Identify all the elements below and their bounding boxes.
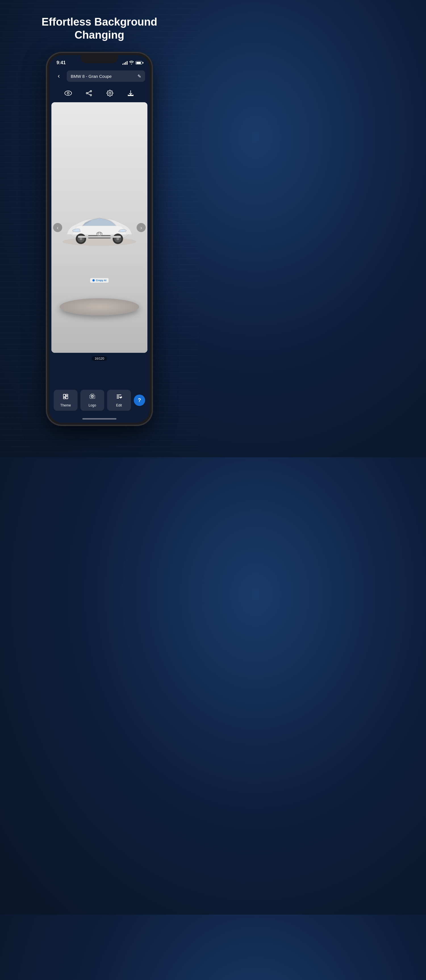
svg-rect-28 — [66, 396, 68, 399]
svg-point-2 — [90, 91, 92, 92]
edit-button[interactable]: Edit — [107, 390, 131, 411]
back-button[interactable]: ‹ — [54, 71, 64, 81]
car-image[interactable]: Cropy AI ‹ › — [51, 102, 148, 353]
svg-rect-25 — [78, 236, 121, 238]
nav-title-text: BMW 8 - Gran Coupe — [71, 74, 111, 79]
status-icons — [122, 60, 142, 65]
phone-frame: 9:41 — [47, 53, 152, 425]
hero-title: Effortless Background Changing — [0, 16, 199, 41]
logo-icon — [89, 393, 96, 402]
turntable — [60, 298, 139, 315]
download-icon[interactable] — [124, 87, 137, 99]
help-icon: ? — [138, 398, 141, 403]
watermark: Cropy AI — [90, 278, 108, 283]
signal-icon — [122, 61, 127, 65]
share-icon[interactable] — [83, 87, 95, 99]
svg-point-1 — [67, 92, 69, 94]
svg-point-32 — [91, 396, 93, 398]
svg-rect-31 — [91, 394, 94, 395]
phone-wrapper: 9:41 — [47, 53, 152, 425]
home-indicator — [49, 415, 149, 423]
bottom-toolbar: Theme Logo — [49, 387, 149, 415]
help-button[interactable]: ? — [134, 395, 145, 406]
action-toolbar — [49, 84, 149, 102]
battery-icon — [135, 61, 142, 64]
empty-spacer — [49, 364, 149, 387]
svg-rect-26 — [64, 394, 65, 397]
car-svg — [58, 204, 141, 250]
notch — [81, 55, 118, 63]
nav-header: ‹ BMW 8 - Gran Coupe ✎ — [49, 68, 149, 84]
edit-pencil-icon[interactable]: ✎ — [137, 73, 141, 79]
phone-screen: 9:41 — [49, 55, 149, 423]
svg-point-9 — [62, 237, 136, 246]
theme-button[interactable]: Theme — [54, 390, 78, 411]
next-image-button[interactable]: › — [137, 223, 146, 232]
svg-point-21 — [79, 237, 83, 240]
edit-tool-icon — [116, 393, 122, 402]
theme-label: Theme — [60, 403, 71, 407]
logo-button[interactable]: Logo — [80, 390, 104, 411]
svg-rect-27 — [66, 394, 68, 396]
watermark-text: Cropy AI — [96, 279, 106, 282]
nav-title-bar: BMW 8 - Gran Coupe ✎ — [67, 70, 145, 82]
status-time: 9:41 — [57, 60, 65, 65]
svg-point-24 — [116, 237, 119, 240]
prev-image-button[interactable]: ‹ — [53, 223, 62, 232]
image-counter: 16/120 — [92, 356, 107, 361]
car-background: Cropy AI ‹ › — [51, 102, 148, 353]
svg-point-3 — [86, 92, 88, 94]
settings-icon[interactable] — [104, 87, 116, 99]
svg-point-7 — [109, 92, 111, 94]
view-icon[interactable] — [62, 87, 75, 99]
svg-point-4 — [90, 95, 92, 96]
edit-label: Edit — [116, 403, 122, 407]
svg-line-5 — [88, 91, 90, 93]
svg-point-0 — [65, 91, 72, 95]
theme-icon — [62, 393, 69, 402]
svg-line-6 — [88, 94, 90, 95]
logo-label: Logo — [89, 403, 96, 407]
svg-rect-29 — [64, 398, 65, 399]
wifi-icon — [129, 60, 134, 65]
